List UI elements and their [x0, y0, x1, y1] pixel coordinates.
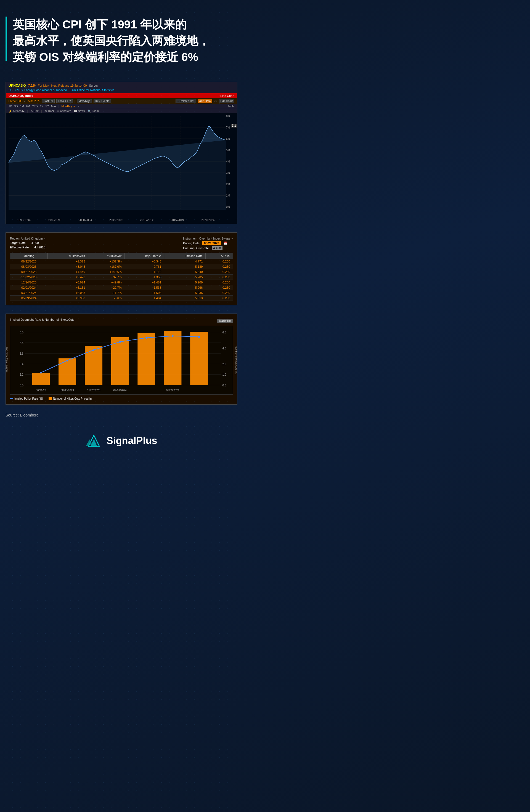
ois-pricing-row: Pricing Date 06/21/2023 📅	[183, 241, 233, 245]
col-imp-rate-delta: Imp. Rate Δ	[125, 253, 164, 259]
svg-text:02/01/2024: 02/01/2024	[113, 389, 127, 392]
ois-target-rate-row: Target Rate 4.500	[10, 241, 45, 245]
svg-point-44	[145, 337, 147, 339]
svg-text:2.0: 2.0	[223, 363, 226, 366]
bbg-edit-btn[interactable]: ✎ Edit	[31, 110, 38, 113]
bbg-related-data-btn[interactable]: + Related Dat	[175, 99, 196, 103]
bbg-action-bar: ⚡ Actions ▶ | ✎ Edit | ⊕ Track ✏ Annotat…	[6, 109, 237, 113]
svg-rect-34	[58, 359, 76, 385]
bbg-header: UKHCA9IQ 7.1% For May Next Release 19 Ju…	[6, 82, 237, 93]
ois-instrument-label: Instrument: Overnight Index Swaps »	[183, 237, 233, 240]
bbg-time-1d[interactable]: 1D	[9, 105, 12, 108]
bbg-index-bar: UKHCA9IQ Index Line Chart	[6, 93, 237, 98]
svg-point-42	[93, 349, 95, 351]
bbg-date-from[interactable]: 06/22/1980	[9, 100, 23, 103]
ois-table-container: Region: United Kingdom » Target Rate 4.5…	[5, 232, 238, 305]
svg-rect-38	[164, 331, 182, 385]
bbg-time-bar: 1D 3D 1M 6M YTD 1Y 5Y Max | Monthly ▼ ≡ …	[6, 104, 237, 109]
svg-text:1.0: 1.0	[223, 373, 226, 376]
bbg-date-to[interactable]: 05/31/2023	[27, 100, 40, 103]
table-row: 11/02/2023+5.426+97.7%+1.3565.7850.250	[10, 275, 233, 280]
bbg-next-release: Next Release 19 Jul 14:00	[51, 84, 87, 87]
ois-chart-maximize-btn[interactable]: Maximize	[217, 319, 233, 323]
bbg-time-ytd[interactable]: YTD	[32, 105, 38, 108]
bbg-add-data-btn[interactable]: Add Data	[198, 99, 213, 103]
svg-marker-54	[86, 439, 92, 446]
svg-rect-39	[190, 332, 208, 385]
svg-text:08/03/2023: 08/03/2023	[61, 389, 74, 392]
target-rate-value: 4.500	[31, 241, 39, 245]
bbg-key-events-btn[interactable]: Key Events	[94, 99, 111, 103]
bbg-view-icon[interactable]: ≡	[77, 105, 79, 108]
table-row: 09/21/2023+4.449+140.6%+1.1125.5400.250	[10, 270, 233, 275]
bbg-local-ccy-btn[interactable]: Local CCY	[56, 99, 73, 103]
bbg-time-max[interactable]: Max	[51, 105, 56, 108]
svg-point-43	[119, 341, 121, 343]
pricing-date-value: 06/21/2023	[202, 241, 221, 245]
bbg-ticker: UKHCA9IQ	[9, 84, 26, 87]
col-arm: A.R.M.	[205, 253, 233, 259]
ois-left-header: Region: United Kingdom » Target Rate 4.5…	[10, 237, 45, 250]
bbg-xaxis: 1990-1994 1995-1999 2000-2004 2005-2009 …	[6, 218, 237, 224]
svg-text:5.6: 5.6	[19, 352, 24, 355]
ois-header: Region: United Kingdom » Target Rate 4.5…	[10, 237, 233, 250]
svg-marker-15	[9, 126, 226, 210]
ois-effective-rate-row: Effective Rate 4.42810	[10, 246, 45, 249]
svg-text:11/02/2023: 11/02/2023	[87, 389, 100, 392]
svg-text:4.0: 4.0	[223, 347, 226, 350]
ois-bar-chart: 6.0 5.8 5.6 5.4 5.2 5.0 6.0 4.0 2.0 1.0 …	[10, 326, 233, 394]
bbg-zoom-btn[interactable]: 🔍 Zoom	[87, 110, 99, 113]
legend-orange-bar	[48, 397, 52, 400]
bbg-frequency-monthly[interactable]: Monthly ▼	[61, 105, 75, 108]
bbg-annotate-btn[interactable]: ✏ Annotate	[57, 110, 71, 113]
svg-text:6.0: 6.0	[19, 331, 24, 334]
table-row: 08/03/2023+3.043+167.0%+0.7615.1890.250	[10, 264, 233, 270]
svg-rect-33	[32, 373, 50, 385]
bbg-toolbar: 06/22/1980 - 05/31/2023 Last Px Local CC…	[6, 98, 237, 104]
cur-imp-rate-value: 4.428	[212, 246, 223, 250]
bbg-index-name: UKHCA9IQ Index	[9, 94, 33, 98]
bbg-chart-area: 8.0 7.0 6.0 5.0 4.0 3.0 2.0 1.0 0.0 7.1	[6, 113, 237, 218]
bbg-time-5y[interactable]: 5Y	[45, 105, 49, 108]
legend-hikes: Number of Hikes/Cuts Priced In	[48, 397, 92, 400]
ois-chart-container: Implied Overnight Rate & Number of Hikes…	[5, 314, 238, 405]
bbg-chart-type: Line Chart	[220, 94, 234, 98]
bbg-last-px-btn[interactable]: Last Px	[42, 99, 54, 103]
bbg-time-3d[interactable]: 3D	[14, 105, 18, 108]
bbg-time-1y[interactable]: 1Y	[40, 105, 43, 108]
bbg-mov-avgs-btn[interactable]: Mov Avgs	[77, 99, 92, 103]
svg-text:5.0: 5.0	[19, 384, 24, 387]
target-rate-label: Target Rate	[10, 241, 26, 245]
table-row: 05/09/2024+5.938-9.6%+1.4845.9130.250	[10, 295, 233, 301]
bbg-table-btn[interactable]: Table	[228, 105, 234, 108]
title-accent-bar	[5, 17, 7, 61]
bbg-value: 7.1%	[28, 84, 35, 87]
svg-point-40	[40, 372, 42, 374]
bbg-time-6m[interactable]: 6M	[26, 105, 30, 108]
left-axis-label: Implied Policy Rate (%)	[5, 347, 8, 374]
ois-chart-legend: Implied Policy Rate (%) Number of Hikes/…	[10, 397, 233, 400]
svg-text:5.4: 5.4	[19, 363, 24, 366]
ois-on-rate-row: Cur. Imp. O/N Rate 4.428	[183, 246, 233, 250]
bbg-edit-chart-btn[interactable]: Edit Chart	[219, 99, 234, 103]
table-row: 03/21/2024+6.033-11.7%+1.5085.9360.250	[10, 290, 233, 295]
bbg-survey: Survey --	[89, 84, 101, 87]
bbg-track-btn[interactable]: ⊕ Track	[45, 110, 54, 113]
bbg-news-btn[interactable]: 📰 News	[74, 110, 85, 113]
col-pct-hike: %Hike/Cut	[88, 253, 124, 259]
bbg-for: For May	[38, 84, 49, 87]
col-meeting: Meeting	[10, 253, 48, 259]
svg-rect-36	[111, 337, 129, 385]
bbg-time-1m[interactable]: 1M	[20, 105, 24, 108]
svg-point-46	[198, 336, 200, 338]
cur-imp-rate-label: Cur. Imp. O/N Rate	[183, 246, 209, 250]
table-row: 02/01/2024+6.151+22.7%+1.5385.9660.250	[10, 285, 233, 290]
svg-text:05/09/2024: 05/09/2024	[166, 389, 180, 392]
svg-text:0.0: 0.0	[223, 384, 226, 387]
bbg-actions-btn[interactable]: ⚡ Actions ▶	[9, 110, 25, 113]
effective-rate-value: 4.42810	[34, 246, 45, 249]
svg-point-45	[172, 335, 173, 337]
col-implied-rate: Implied Rate	[164, 253, 205, 259]
ois-chart-title: Implied Overnight Rate & Number of Hikes…	[10, 318, 74, 321]
signalplus-logo-icon	[86, 434, 102, 448]
